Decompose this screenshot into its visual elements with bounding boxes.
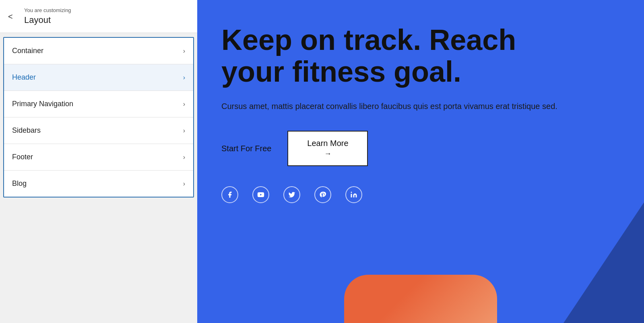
chevron-right-icon: ›: [183, 47, 185, 55]
nav-list-container: Container › Header › Primary Navigation …: [3, 37, 194, 198]
corner-decoration: [564, 202, 644, 323]
nav-item-sidebars-label: Sidebars: [12, 126, 41, 135]
youtube-icon[interactable]: [252, 186, 269, 203]
start-for-free-button[interactable]: Start For Free: [221, 144, 271, 153]
social-icons-row: [221, 186, 620, 203]
nav-item-container-label: Container: [12, 47, 43, 55]
nav-item-primary-navigation[interactable]: Primary Navigation ›: [4, 91, 193, 117]
chevron-right-icon: ›: [183, 74, 185, 81]
nav-item-header[interactable]: Header ›: [4, 64, 193, 91]
svg-point-0: [351, 192, 352, 193]
hero-title: Keep on track. Reach your fitness goal.: [221, 24, 584, 88]
nav-item-sidebars[interactable]: Sidebars ›: [4, 117, 193, 144]
learn-more-arrow-icon: →: [324, 150, 331, 158]
pinterest-icon[interactable]: [314, 186, 331, 203]
learn-more-label: Learn More: [307, 139, 348, 148]
nav-item-footer[interactable]: Footer ›: [4, 144, 193, 171]
chevron-right-icon: ›: [183, 127, 185, 134]
customizing-title: Layout: [24, 15, 189, 25]
chevron-right-icon: ›: [183, 154, 185, 161]
bottom-decoration: [344, 275, 497, 323]
facebook-icon[interactable]: [221, 186, 238, 203]
customizing-header: < You are customizing Layout: [0, 0, 197, 33]
preview-panel: Keep on track. Reach your fitness goal. …: [197, 0, 644, 323]
hero-description: Cursus amet, mattis placerat convallis l…: [221, 100, 564, 113]
nav-item-blog-label: Blog: [12, 179, 27, 188]
nav-item-footer-label: Footer: [12, 153, 33, 161]
chevron-right-icon: ›: [183, 180, 185, 187]
left-panel: < You are customizing Layout Container ›…: [0, 0, 197, 323]
back-button[interactable]: <: [8, 12, 13, 21]
twitter-icon[interactable]: [283, 186, 300, 203]
nav-item-blog[interactable]: Blog ›: [4, 171, 193, 197]
linkedin-icon[interactable]: [345, 186, 362, 203]
nav-item-header-label: Header: [12, 73, 36, 82]
nav-item-primary-navigation-label: Primary Navigation: [12, 100, 73, 108]
customizing-sub-label: You are customizing: [24, 7, 189, 13]
chevron-right-icon: ›: [183, 101, 185, 108]
hero-buttons: Start For Free Learn More →: [221, 131, 620, 166]
nav-item-container[interactable]: Container ›: [4, 38, 193, 64]
learn-more-button[interactable]: Learn More →: [287, 131, 368, 166]
